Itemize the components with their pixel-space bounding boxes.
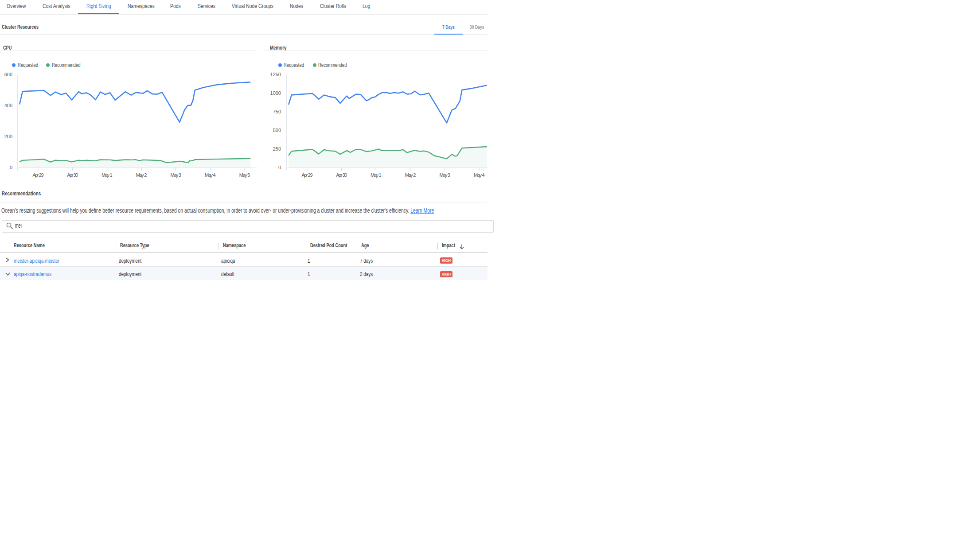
svg-text:May 2: May 2 [405,172,416,178]
svg-text:May 4: May 4 [474,172,485,178]
svg-text:Apr 29: Apr 29 [33,172,44,178]
svg-text:250: 250 [273,146,281,152]
svg-text:May 4: May 4 [205,172,216,178]
svg-text:500: 500 [273,128,281,133]
svg-text:Apr 30: Apr 30 [67,172,78,178]
svg-text:1250: 1250 [270,72,281,77]
svg-text:750: 750 [273,109,281,114]
svg-text:May 2: May 2 [136,172,147,178]
svg-text:May 1: May 1 [101,172,112,178]
svg-text:1000: 1000 [270,90,281,96]
svg-text:400: 400 [4,103,12,108]
svg-text:Apr 30: Apr 30 [336,172,347,178]
svg-text:200: 200 [4,134,12,139]
svg-text:0: 0 [278,165,281,170]
svg-text:May 3: May 3 [439,172,450,178]
svg-text:600: 600 [4,72,12,77]
svg-text:May 5: May 5 [239,172,250,178]
svg-text:May 3: May 3 [170,172,181,178]
svg-text:May 1: May 1 [370,172,382,178]
svg-text:Apr 29: Apr 29 [302,172,313,178]
svg-text:0: 0 [10,165,12,170]
